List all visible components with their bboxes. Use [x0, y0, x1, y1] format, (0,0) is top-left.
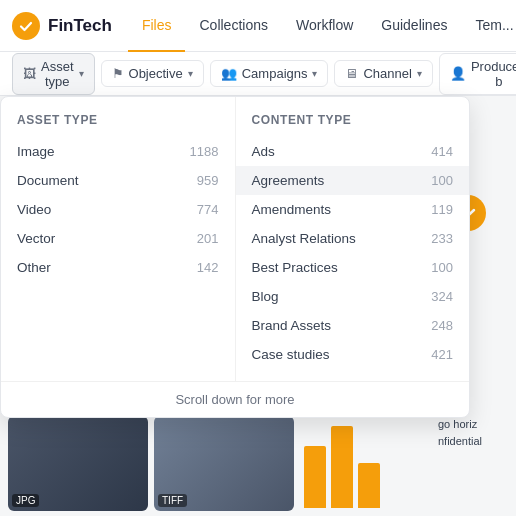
chart-bar-3	[358, 463, 380, 508]
nav-tab-workflow[interactable]: Workflow	[282, 0, 367, 52]
asset-type-dropdown: Asset type Image 1188 Document 959 Video…	[0, 96, 470, 418]
thumbnail-2[interactable]: TIFF	[154, 416, 294, 511]
thumbnail-row: JPG TIFF go horiz nfidential	[0, 408, 516, 516]
flag-icon: ⚑	[112, 66, 124, 81]
nav-tab-collections[interactable]: Collections	[185, 0, 281, 52]
content-item-case-studies[interactable]: Case studies 421	[236, 340, 470, 369]
chart-area	[300, 416, 432, 508]
main-nav: Files Collections Workflow Guidelines Te…	[128, 0, 516, 51]
asset-item-image[interactable]: Image 1188	[1, 137, 235, 166]
chevron-down-icon: ▾	[79, 68, 84, 79]
filterbar: 🖼 Asset type ▾ ⚑ Objective ▾ 👥 Campaigns…	[0, 52, 516, 96]
content-item-best-practices[interactable]: Best Practices 100	[236, 253, 470, 282]
content-item-blog[interactable]: Blog 324	[236, 282, 470, 311]
nav-tab-guidelines[interactable]: Guidelines	[367, 0, 461, 52]
content-type-header: Content type	[236, 109, 470, 137]
asset-type-column: Asset type Image 1188 Document 959 Video…	[1, 97, 236, 381]
content-type-column: Content type Ads 414 Agreements 100 Amen…	[236, 97, 470, 381]
content-item-amendments[interactable]: Amendments 119	[236, 195, 470, 224]
chart-bar-2	[331, 426, 353, 508]
content-item-agreements[interactable]: Agreements 100	[236, 166, 470, 195]
chevron-down-icon: ▾	[312, 68, 317, 79]
filter-objective[interactable]: ⚑ Objective ▾	[101, 60, 204, 87]
filter-asset-type[interactable]: 🖼 Asset type ▾	[12, 53, 95, 95]
chevron-down-icon: ▾	[188, 68, 193, 79]
asset-item-document[interactable]: Document 959	[1, 166, 235, 195]
chevron-down-icon: ▾	[417, 68, 422, 79]
asset-item-vector[interactable]: Vector 201	[1, 224, 235, 253]
chart-bar-1	[304, 446, 326, 508]
logo-icon	[12, 12, 40, 40]
nav-tab-files[interactable]: Files	[128, 0, 186, 52]
confidential-text: nfidential	[438, 433, 508, 450]
users-icon: 👥	[221, 66, 237, 81]
go-horizon-text: go horiz	[438, 416, 508, 433]
asset-item-video[interactable]: Video 774	[1, 195, 235, 224]
content-item-ads[interactable]: Ads 414	[236, 137, 470, 166]
filter-channel[interactable]: 🖥 Channel ▾	[334, 60, 432, 87]
monitor-icon: 🖥	[345, 66, 358, 81]
app-title: FinTech	[48, 16, 112, 36]
side-info: go horiz nfidential	[438, 416, 508, 508]
asset-type-header: Asset type	[1, 109, 235, 137]
thumbnail-1[interactable]: JPG	[8, 416, 148, 511]
nav-tab-templates[interactable]: Tem...	[461, 0, 516, 52]
topbar: FinTech Files Collections Workflow Guide…	[0, 0, 516, 52]
content-item-analyst-relations[interactable]: Analyst Relations 233	[236, 224, 470, 253]
thumb-label-2: TIFF	[158, 494, 187, 507]
dropdown-scroll-more[interactable]: Scroll down for more	[1, 381, 469, 417]
user-icon: 👤	[450, 66, 466, 81]
logo-area: FinTech	[12, 12, 112, 40]
image-icon: 🖼	[23, 66, 36, 81]
asset-item-other[interactable]: Other 142	[1, 253, 235, 282]
filter-produced-by[interactable]: 👤 Produced b	[439, 53, 516, 95]
filter-campaigns[interactable]: 👥 Campaigns ▾	[210, 60, 329, 87]
thumb-label-1: JPG	[12, 494, 39, 507]
content-item-brand-assets[interactable]: Brand Assets 248	[236, 311, 470, 340]
